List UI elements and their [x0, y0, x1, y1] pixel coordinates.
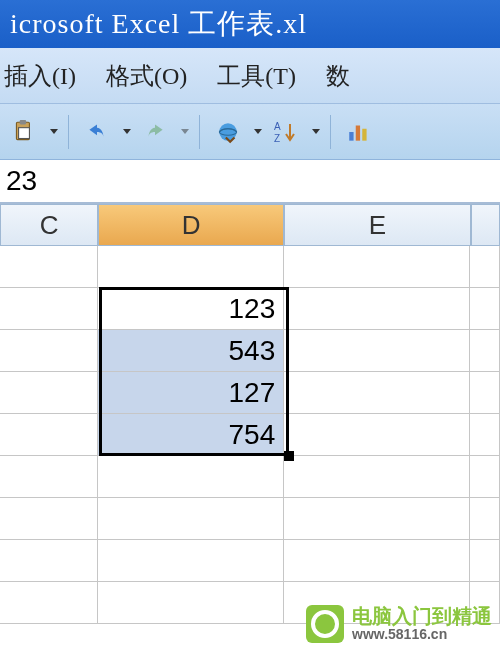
- cell[interactable]: [470, 246, 500, 288]
- menu-tools[interactable]: 工具(T): [217, 60, 296, 92]
- cell[interactable]: [0, 246, 98, 288]
- undo-button[interactable]: [79, 114, 115, 150]
- menu-format[interactable]: 格式(O): [106, 60, 187, 92]
- menu-insert[interactable]: 插入(I): [4, 60, 76, 92]
- grid[interactable]: 123 543 127 754: [0, 246, 500, 624]
- redo-button[interactable]: [137, 114, 173, 150]
- cell[interactable]: [470, 456, 500, 498]
- svg-rect-2: [19, 127, 30, 138]
- svg-rect-1: [20, 120, 27, 124]
- cell-d5[interactable]: 754: [98, 414, 284, 456]
- cell-d4[interactable]: 127: [98, 372, 284, 414]
- toolbar: AZ: [0, 104, 500, 160]
- cell[interactable]: [0, 498, 98, 540]
- paste-dropdown-icon[interactable]: [50, 129, 58, 134]
- svg-text:A: A: [274, 121, 281, 132]
- formula-value: 23: [6, 165, 37, 197]
- cell[interactable]: [98, 498, 284, 540]
- cell[interactable]: [470, 330, 500, 372]
- svg-rect-8: [356, 125, 360, 140]
- cell[interactable]: [284, 498, 470, 540]
- cell[interactable]: [470, 288, 500, 330]
- cell[interactable]: [0, 288, 98, 330]
- sort-dropdown-icon[interactable]: [312, 129, 320, 134]
- cell[interactable]: [284, 246, 470, 288]
- cell[interactable]: [0, 582, 98, 624]
- cell[interactable]: [98, 582, 284, 624]
- undo-dropdown-icon[interactable]: [123, 129, 131, 134]
- formula-bar[interactable]: 23: [0, 160, 500, 204]
- spreadsheet: C D E 123 543 127: [0, 204, 500, 624]
- cell[interactable]: [0, 456, 98, 498]
- column-headers: C D E: [0, 204, 500, 246]
- watermark: 电脑入门到精通 www.58116.cn: [306, 605, 492, 643]
- cell[interactable]: [0, 330, 98, 372]
- cell[interactable]: [284, 372, 470, 414]
- column-header-c[interactable]: C: [0, 204, 98, 246]
- column-header-f[interactable]: [471, 204, 500, 246]
- cell-d2[interactable]: 123: [98, 288, 284, 330]
- title-text: icrosoft Excel 工作表.xl: [10, 5, 307, 43]
- watermark-text: 电脑入门到精通: [352, 606, 492, 626]
- cell[interactable]: [470, 498, 500, 540]
- chart-button[interactable]: [341, 114, 377, 150]
- svg-rect-9: [362, 128, 366, 140]
- menubar: 插入(I) 格式(O) 工具(T) 数: [0, 48, 500, 104]
- cell[interactable]: [284, 288, 470, 330]
- column-header-e[interactable]: E: [284, 204, 470, 246]
- watermark-logo-icon: [306, 605, 344, 643]
- column-header-d[interactable]: D: [98, 204, 284, 246]
- cell[interactable]: [98, 456, 284, 498]
- hyperlink-button[interactable]: [210, 114, 246, 150]
- cell-d3[interactable]: 543: [98, 330, 284, 372]
- redo-dropdown-icon[interactable]: [181, 129, 189, 134]
- cell[interactable]: [0, 372, 98, 414]
- cell[interactable]: [284, 540, 470, 582]
- cell[interactable]: [284, 414, 470, 456]
- cell[interactable]: [0, 540, 98, 582]
- paste-button[interactable]: [6, 114, 42, 150]
- cell[interactable]: [98, 246, 284, 288]
- sort-button[interactable]: AZ: [268, 114, 304, 150]
- cell[interactable]: [470, 414, 500, 456]
- cell[interactable]: [470, 372, 500, 414]
- separator: [199, 115, 200, 149]
- watermark-url: www.58116.cn: [352, 626, 492, 642]
- hyperlink-dropdown-icon[interactable]: [254, 129, 262, 134]
- cell[interactable]: [98, 540, 284, 582]
- cell[interactable]: [470, 540, 500, 582]
- svg-text:Z: Z: [274, 133, 280, 144]
- cell[interactable]: [284, 456, 470, 498]
- svg-rect-7: [349, 132, 353, 141]
- titlebar: icrosoft Excel 工作表.xl: [0, 0, 500, 48]
- separator: [68, 115, 69, 149]
- cell[interactable]: [284, 330, 470, 372]
- separator: [330, 115, 331, 149]
- menu-data[interactable]: 数: [326, 60, 350, 92]
- cell[interactable]: [0, 414, 98, 456]
